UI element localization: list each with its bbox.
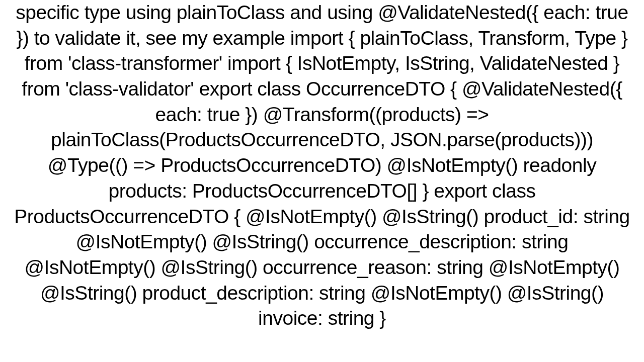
document-text: specific type using plainToClass and usi… xyxy=(14,2,630,329)
document-body: specific type using plainToClass and usi… xyxy=(0,0,644,331)
